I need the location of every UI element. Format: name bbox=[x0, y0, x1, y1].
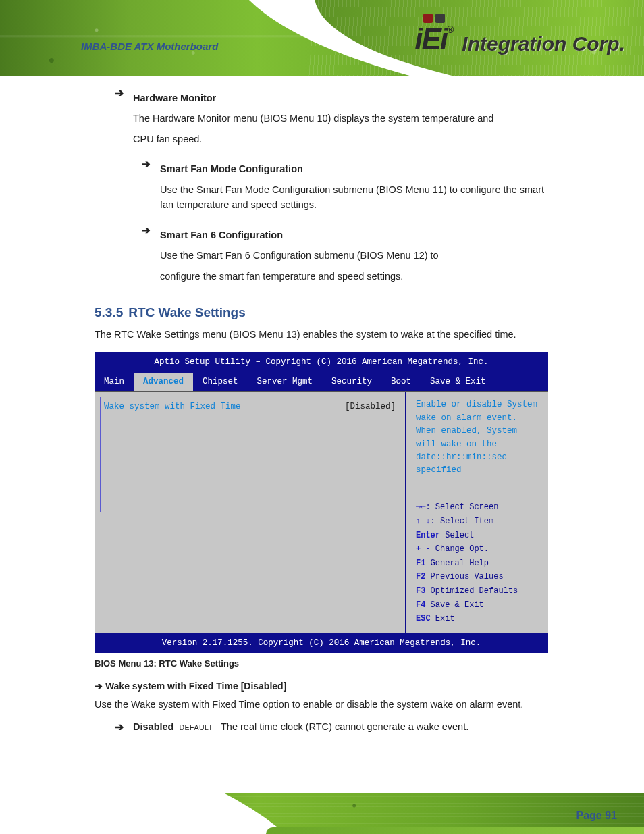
key-desc: Change Opt. bbox=[435, 544, 489, 554]
logo-corp-text: Integration Corp. bbox=[462, 34, 625, 54]
smart-fan-desc: Use the Smart Fan Mode Configuration sub… bbox=[160, 182, 554, 213]
bios-screenshot: Aptio Setup Utility – Copyright (C) 2016… bbox=[95, 352, 548, 653]
key-enter: Enter bbox=[416, 531, 440, 540]
key-desc: Save & Exit bbox=[431, 600, 484, 610]
smart-fan6-label: Smart Fan 6 Configuration bbox=[160, 230, 283, 240]
logo-squares bbox=[423, 14, 445, 23]
key-desc: : Select Screen bbox=[425, 502, 498, 512]
logo-square-dark bbox=[435, 14, 445, 23]
bios-right-panel: Enable or disable System wake on alarm e… bbox=[405, 392, 548, 633]
header-band: iEi ® Integration Corp. bbox=[0, 0, 644, 76]
arrow-icon: ➔ bbox=[115, 719, 124, 736]
option-item-disabled: ➔ Disabled DEFAULT The real time clock (… bbox=[115, 719, 554, 736]
key-desc: Previous Values bbox=[431, 572, 504, 581]
default-tag: DEFAULT bbox=[179, 723, 213, 731]
bios-tab-saveexit[interactable]: Save & Exit bbox=[421, 373, 495, 391]
bios-tab-main[interactable]: Main bbox=[95, 373, 134, 391]
brand-logo: iEi ® Integration Corp. bbox=[414, 14, 625, 54]
arrows-lr-icon: →← bbox=[416, 502, 425, 512]
hw-monitor-desc-2: CPU fan speed. bbox=[133, 132, 554, 147]
arrow-icon: ➔ bbox=[142, 222, 151, 238]
bios-tab-boot[interactable]: Boot bbox=[381, 373, 421, 391]
smart-fan-config-item: ➔ Smart Fan Mode Configuration Use the S… bbox=[142, 156, 554, 217]
key-desc: General Help bbox=[431, 558, 489, 568]
option-heading-text: Wake system with Fixed Time [Disabled] bbox=[105, 681, 286, 692]
option-name-text: Disabled bbox=[133, 721, 173, 732]
logo-square-red bbox=[423, 14, 433, 23]
option-item-desc: The real time clock (RTC) cannot generat… bbox=[221, 719, 554, 734]
page-content: ➔ Hardware Monitor The Hardware Monitor … bbox=[95, 81, 554, 739]
hw-monitor-item: ➔ Hardware Monitor The Hardware Monitor … bbox=[115, 85, 554, 152]
bios-option-value: [Disabled] bbox=[345, 400, 396, 413]
arrow-icon: ➔ bbox=[115, 85, 124, 102]
section-title: RTC Wake Settings bbox=[128, 305, 246, 319]
key-esc: ESC bbox=[416, 614, 431, 623]
arrow-icon: ➔ bbox=[142, 156, 151, 172]
bios-option-label: Wake system with Fixed Time bbox=[104, 400, 241, 413]
hw-monitor-desc-1: The Hardware Monitor menu (BIOS Menu 10)… bbox=[133, 111, 554, 126]
option-heading: ➔ Wake system with Fixed Time [Disabled] bbox=[95, 681, 554, 692]
hw-monitor-label: Hardware Monitor bbox=[133, 93, 216, 103]
logo-mark: iEi ® bbox=[414, 14, 454, 54]
section-number: 5.3.5 bbox=[95, 305, 123, 319]
logo-registered: ® bbox=[447, 24, 454, 35]
key-f3: F3 bbox=[416, 586, 425, 596]
key-plusminus: + - bbox=[416, 544, 431, 554]
section-heading: 5.3.5RTC Wake Settings bbox=[95, 305, 554, 320]
bios-title: Aptio Setup Utility – Copyright (C) 2016… bbox=[95, 352, 548, 373]
page-number: Page 91 bbox=[576, 810, 617, 822]
key-desc: Select bbox=[445, 531, 474, 540]
footer: Page 91 bbox=[0, 760, 644, 834]
smart-fan-label: Smart Fan Mode Configuration bbox=[160, 163, 303, 174]
bios-left-panel: Wake system with Fixed Time [Disabled] bbox=[95, 392, 405, 633]
bios-tab-chipset[interactable]: Chipset bbox=[193, 373, 248, 391]
option-desc: Use the Wake system with Fixed Time opti… bbox=[95, 697, 554, 712]
key-desc: Optimized Defaults bbox=[431, 586, 518, 596]
footer-thin-bar bbox=[266, 827, 644, 834]
smart-fan6-desc-2: configure the smart fan temperature and … bbox=[160, 269, 554, 284]
bios-body: Wake system with Fixed Time [Disabled] E… bbox=[95, 391, 548, 633]
product-label: IMBA-BDE ATX Motherboard bbox=[81, 41, 218, 52]
bios-caption: BIOS Menu 13: RTC Wake Settings bbox=[95, 658, 554, 669]
key-desc: Exit bbox=[435, 614, 455, 623]
bios-key-legend: →←: Select Screen ↑ ↓: Select Item Enter… bbox=[416, 500, 539, 626]
bios-version: Version 2.17.1255. Copyright (C) 2016 Am… bbox=[95, 633, 548, 653]
smart-fan6-config-item: ➔ Smart Fan 6 Configuration Use the Smar… bbox=[142, 222, 554, 289]
bios-tab-advanced[interactable]: Advanced bbox=[134, 373, 193, 391]
key-desc: : Select Item bbox=[431, 517, 494, 526]
key-f2: F2 bbox=[416, 572, 425, 581]
bios-tab-row: Main Advanced Chipset Server Mgmt Securi… bbox=[95, 373, 548, 391]
bios-option-row[interactable]: Wake system with Fixed Time [Disabled] bbox=[104, 400, 396, 413]
bios-tab-security[interactable]: Security bbox=[322, 373, 381, 391]
bios-tab-servermgmt[interactable]: Server Mgmt bbox=[248, 373, 323, 391]
key-f1: F1 bbox=[416, 558, 425, 568]
arrows-ud-icon: ↑ ↓ bbox=[416, 517, 431, 526]
key-f4: F4 bbox=[416, 600, 425, 610]
bios-help-text: Enable or disable System wake on alarm e… bbox=[416, 398, 539, 500]
option-name: Disabled DEFAULT bbox=[133, 719, 221, 734]
logo-iei-text: iEi bbox=[414, 24, 447, 54]
section-intro: The RTC Wake Settings menu (BIOS Menu 13… bbox=[95, 327, 554, 342]
smart-fan6-desc-1: Use the Smart Fan 6 Configuration submen… bbox=[160, 248, 554, 263]
